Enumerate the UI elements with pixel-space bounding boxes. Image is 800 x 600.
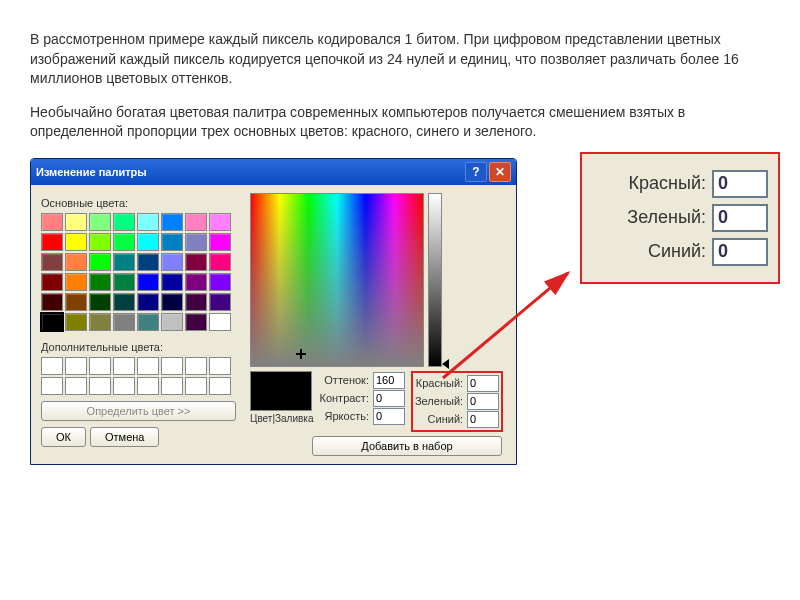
basic-color-swatch[interactable] <box>41 253 63 271</box>
extra-color-swatch[interactable] <box>161 377 183 395</box>
dialog-title: Изменение палитры <box>36 166 463 178</box>
extra-color-swatch[interactable] <box>137 377 159 395</box>
basic-color-swatch[interactable] <box>137 293 159 311</box>
zoom-rgb-panel: Красный: Зеленый: Синий: <box>580 152 780 284</box>
basic-color-swatch[interactable] <box>161 233 183 251</box>
close-button[interactable]: ✕ <box>489 162 511 182</box>
extra-color-swatch[interactable] <box>185 357 207 375</box>
basic-color-swatch[interactable] <box>209 293 231 311</box>
basic-color-swatch[interactable] <box>65 313 87 331</box>
define-color-button[interactable]: Определить цвет >> <box>41 401 236 421</box>
basic-color-swatch[interactable] <box>41 293 63 311</box>
solid-label: Цвет|Заливка <box>250 413 314 424</box>
basic-color-swatch[interactable] <box>65 253 87 271</box>
color-preview <box>250 371 312 411</box>
basic-color-swatch[interactable] <box>89 253 111 271</box>
extra-color-swatch[interactable] <box>209 357 231 375</box>
luminance-slider[interactable] <box>428 193 442 367</box>
basic-color-swatch[interactable] <box>41 233 63 251</box>
basic-color-swatch[interactable] <box>161 253 183 271</box>
basic-color-swatch[interactable] <box>113 213 135 231</box>
basic-color-swatch[interactable] <box>209 313 231 331</box>
basic-colors-label: Основные цвета: <box>41 197 242 209</box>
basic-color-swatch[interactable] <box>41 273 63 291</box>
red-input[interactable] <box>467 375 499 392</box>
basic-color-swatch[interactable] <box>113 253 135 271</box>
blue-input[interactable] <box>467 411 499 428</box>
sat-label: Контраст: <box>320 392 369 404</box>
zoom-blue-label: Синий: <box>648 241 706 262</box>
basic-color-swatch[interactable] <box>89 233 111 251</box>
basic-color-swatch[interactable] <box>137 213 159 231</box>
extra-color-swatch[interactable] <box>65 377 87 395</box>
rgb-highlighted-block: Красный: Зеленый: Синий: <box>411 371 503 432</box>
extra-color-swatch[interactable] <box>41 377 63 395</box>
hue-input[interactable] <box>373 372 405 389</box>
basic-color-swatch[interactable] <box>65 233 87 251</box>
basic-color-swatch[interactable] <box>209 273 231 291</box>
add-to-custom-button[interactable]: Добавить в набор <box>312 436 502 456</box>
lum-input[interactable] <box>373 408 405 425</box>
basic-color-swatch[interactable] <box>161 213 183 231</box>
basic-color-swatch[interactable] <box>137 253 159 271</box>
basic-color-swatch[interactable] <box>185 313 207 331</box>
paragraph-2: Необычайно богатая цветовая палитра совр… <box>30 103 770 142</box>
zoom-green-input[interactable] <box>712 204 768 232</box>
basic-color-swatch[interactable] <box>113 233 135 251</box>
color-dialog: Изменение палитры ? ✕ Основные цвета: До… <box>30 158 517 465</box>
basic-color-swatch[interactable] <box>89 213 111 231</box>
basic-color-swatch[interactable] <box>137 313 159 331</box>
basic-color-swatch[interactable] <box>185 293 207 311</box>
basic-color-swatch[interactable] <box>185 213 207 231</box>
extra-color-swatch[interactable] <box>113 377 135 395</box>
extra-color-swatch[interactable] <box>137 357 159 375</box>
basic-color-swatch[interactable] <box>65 293 87 311</box>
basic-color-swatch[interactable] <box>137 273 159 291</box>
lum-label: Яркость: <box>325 410 369 422</box>
cancel-button[interactable]: Отмена <box>90 427 159 447</box>
basic-color-swatch[interactable] <box>185 253 207 271</box>
basic-color-swatch[interactable] <box>137 233 159 251</box>
extra-color-swatch[interactable] <box>89 357 111 375</box>
title-bar[interactable]: Изменение палитры ? ✕ <box>31 159 516 185</box>
basic-color-swatch[interactable] <box>161 313 183 331</box>
sat-input[interactable] <box>373 390 405 407</box>
basic-color-swatch[interactable] <box>113 313 135 331</box>
basic-color-swatch[interactable] <box>113 293 135 311</box>
paragraph-1: В рассмотренном примере каждый пиксель к… <box>30 30 770 89</box>
zoom-red-input[interactable] <box>712 170 768 198</box>
extra-color-swatch[interactable] <box>209 377 231 395</box>
basic-color-swatch[interactable] <box>65 213 87 231</box>
blue-label: Синий: <box>428 413 464 425</box>
help-button[interactable]: ? <box>465 162 487 182</box>
basic-color-swatch[interactable] <box>209 233 231 251</box>
extra-colors-grid <box>41 357 242 395</box>
zoom-blue-input[interactable] <box>712 238 768 266</box>
extra-color-swatch[interactable] <box>65 357 87 375</box>
basic-color-swatch[interactable] <box>161 273 183 291</box>
basic-color-swatch[interactable] <box>209 253 231 271</box>
basic-colors-grid <box>41 213 242 331</box>
green-input[interactable] <box>467 393 499 410</box>
basic-color-swatch[interactable] <box>161 293 183 311</box>
extra-color-swatch[interactable] <box>89 377 111 395</box>
basic-color-swatch[interactable] <box>209 213 231 231</box>
extra-color-swatch[interactable] <box>185 377 207 395</box>
hue-label: Оттенок: <box>324 374 369 386</box>
extra-color-swatch[interactable] <box>161 357 183 375</box>
color-gradient[interactable] <box>250 193 424 367</box>
red-label: Красный: <box>416 377 463 389</box>
basic-color-swatch[interactable] <box>89 293 111 311</box>
basic-color-swatch[interactable] <box>185 273 207 291</box>
extra-color-swatch[interactable] <box>41 357 63 375</box>
extra-color-swatch[interactable] <box>113 357 135 375</box>
basic-color-swatch[interactable] <box>113 273 135 291</box>
basic-color-swatch[interactable] <box>185 233 207 251</box>
basic-color-swatch[interactable] <box>41 213 63 231</box>
ok-button[interactable]: ОК <box>41 427 86 447</box>
basic-color-swatch[interactable] <box>89 313 111 331</box>
basic-color-swatch[interactable] <box>41 313 63 331</box>
extra-colors-label: Дополнительные цвета: <box>41 341 242 353</box>
basic-color-swatch[interactable] <box>89 273 111 291</box>
basic-color-swatch[interactable] <box>65 273 87 291</box>
